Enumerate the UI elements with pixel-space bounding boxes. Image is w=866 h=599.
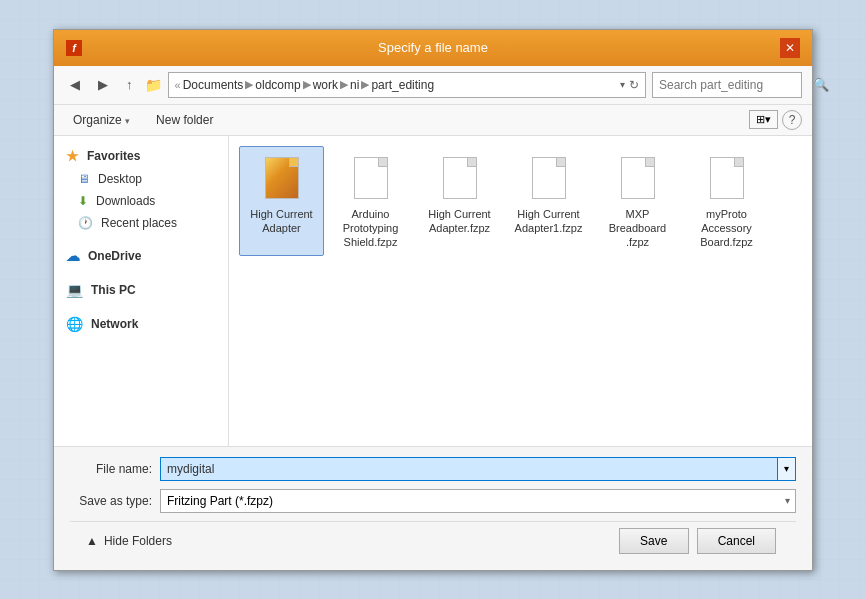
favorites-label: Favorites (87, 149, 140, 163)
close-button[interactable]: ✕ (780, 38, 800, 58)
desktop-icon: 🖥 (78, 172, 90, 186)
plain-file-page-5 (710, 157, 744, 199)
back-button[interactable]: ◀ (64, 73, 86, 96)
plain-file-page-1 (354, 157, 388, 199)
organize-dropdown-arrow: ▾ (125, 116, 130, 126)
colored-file-page (265, 157, 299, 199)
network-label: Network (91, 317, 138, 331)
plain-file-page-4 (621, 157, 655, 199)
app-icon: f (66, 40, 82, 56)
sidebar: ★ Favorites 🖥 Desktop ⬇ Downloads 🕐 Rece… (54, 136, 229, 446)
file-name-3: High Current Adapter1.fzpz (511, 207, 586, 236)
onedrive-icon: ☁ (66, 248, 80, 264)
plain-file-page-3 (532, 157, 566, 199)
file-name-0: High Current Adapter (244, 207, 319, 236)
up-button[interactable]: ↑ (120, 73, 139, 96)
bottom-section: File name: ▾ Save as type: Fritzing Part… (54, 446, 812, 570)
file-icon-1 (351, 153, 391, 203)
view-button[interactable]: ⊞▾ (749, 110, 778, 129)
desktop-label: Desktop (98, 172, 142, 186)
content-area: ★ Favorites 🖥 Desktop ⬇ Downloads 🕐 Rece… (54, 136, 812, 446)
dialog-title: Specify a file name (378, 40, 488, 55)
savetype-label: Save as type: (70, 494, 160, 508)
file-item-4[interactable]: MXP Breadboard .fzpz (595, 146, 680, 257)
hide-folders-label: Hide Folders (104, 534, 172, 548)
file-name-4: MXP Breadboard .fzpz (600, 207, 675, 250)
filename-row: File name: ▾ (70, 457, 796, 481)
recent-places-label: Recent places (101, 216, 177, 230)
forward-button[interactable]: ▶ (92, 73, 114, 96)
plain-file-page-2 (443, 157, 477, 199)
help-button[interactable]: ? (782, 110, 802, 130)
cancel-button[interactable]: Cancel (697, 528, 776, 554)
savetype-select[interactable]: Fritzing Part (*.fzpz) (160, 489, 796, 513)
search-bar: 🔍 (652, 72, 802, 98)
arrow4: ▶ (361, 78, 369, 91)
action-buttons: Save Cancel (615, 528, 780, 554)
filename-input[interactable] (160, 457, 778, 481)
new-folder-button[interactable]: New folder (147, 109, 222, 131)
organize-label: Organize (73, 113, 122, 127)
onedrive-label: OneDrive (88, 249, 141, 263)
savetype-row: Save as type: Fritzing Part (*.fzpz) ▾ (70, 489, 796, 513)
hide-folders-icon: ▲ (86, 534, 98, 548)
arrow3: ▶ (340, 78, 348, 91)
sidebar-network[interactable]: 🌐 Network (54, 312, 228, 336)
sidebar-recent-places[interactable]: 🕐 Recent places (54, 212, 228, 234)
search-icon: 🔍 (813, 77, 829, 92)
file-area: High Current Adapter Arduino Prototyping… (229, 136, 812, 446)
network-icon: 🌐 (66, 316, 83, 332)
path-separator: « (175, 79, 181, 91)
path-oldcomp: oldcomp (255, 78, 300, 92)
path-part-editing: part_editing (371, 78, 434, 92)
sidebar-onedrive[interactable]: ☁ OneDrive (54, 244, 228, 268)
refresh-button[interactable]: ↻ (629, 78, 639, 92)
path-documents: Documents (183, 78, 244, 92)
sidebar-downloads[interactable]: ⬇ Downloads (54, 190, 228, 212)
file-name-1: Arduino Prototyping Shield.fzpz (333, 207, 408, 250)
folder-icon: 📁 (145, 77, 162, 93)
thispc-label: This PC (91, 283, 136, 297)
thispc-icon: 💻 (66, 282, 83, 298)
sidebar-desktop[interactable]: 🖥 Desktop (54, 168, 228, 190)
file-icon-5 (707, 153, 747, 203)
path-work: work (313, 78, 338, 92)
filename-label: File name: (70, 462, 160, 476)
organize-button[interactable]: Organize ▾ (64, 109, 139, 131)
address-bar: « Documents ▶ oldcomp ▶ work ▶ ni ▶ part… (168, 72, 647, 98)
file-item-2[interactable]: High Current Adapter.fzpz (417, 146, 502, 257)
navigation-toolbar: ◀ ▶ ↑ 📁 « Documents ▶ oldcomp ▶ work ▶ n… (54, 66, 812, 105)
search-input[interactable] (659, 78, 809, 92)
file-item-5[interactable]: myProto Accessory Board.fzpz (684, 146, 769, 257)
file-name-2: High Current Adapter.fzpz (422, 207, 497, 236)
dialog-window: f Specify a file name ✕ ◀ ▶ ↑ 📁 « Docume… (53, 29, 813, 571)
sidebar-this-pc[interactable]: 💻 This PC (54, 278, 228, 302)
path-ni: ni (350, 78, 359, 92)
filename-dropdown-btn[interactable]: ▾ (778, 457, 796, 481)
arrow1: ▶ (245, 78, 253, 91)
downloads-label: Downloads (96, 194, 155, 208)
file-item-1[interactable]: Arduino Prototyping Shield.fzpz (328, 146, 413, 257)
address-path: « Documents ▶ oldcomp ▶ work ▶ ni ▶ part… (175, 78, 617, 92)
title-bar: f Specify a file name ✕ (54, 30, 812, 66)
footer-bar: ▲ Hide Folders Save Cancel (70, 521, 796, 560)
star-icon: ★ (66, 148, 79, 164)
downloads-icon: ⬇ (78, 194, 88, 208)
sidebar-favorites[interactable]: ★ Favorites (54, 144, 228, 168)
arrow2: ▶ (303, 78, 311, 91)
file-name-5: myProto Accessory Board.fzpz (689, 207, 764, 250)
file-icon-0 (262, 153, 302, 203)
hide-folders-button[interactable]: ▲ Hide Folders (86, 534, 172, 548)
file-icon-3 (529, 153, 569, 203)
file-item-3[interactable]: High Current Adapter1.fzpz (506, 146, 591, 257)
save-button[interactable]: Save (619, 528, 689, 554)
file-item-0[interactable]: High Current Adapter (239, 146, 324, 257)
file-icon-4 (618, 153, 658, 203)
action-bar: Organize ▾ New folder ⊞▾ ? (54, 105, 812, 136)
file-icon-2 (440, 153, 480, 203)
recent-icon: 🕐 (78, 216, 93, 230)
address-dropdown-button[interactable]: ▾ (620, 79, 625, 90)
